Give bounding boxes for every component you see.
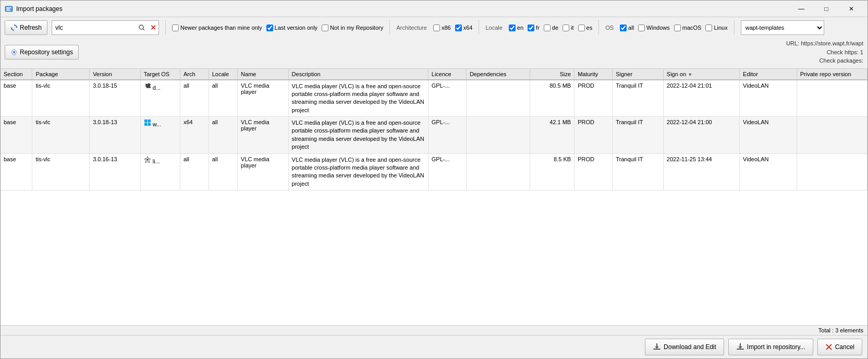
import-repository-button[interactable]: Import in repository... <box>728 339 813 355</box>
locale-de-checkbox[interactable] <box>544 25 551 31</box>
cell-locale: all <box>209 153 237 190</box>
window-icon <box>5 5 13 13</box>
newer-packages-filter[interactable]: Newer packages than mine only <box>172 25 262 31</box>
cell-locale: all <box>209 117 237 154</box>
check-https-text: Check https: 1 <box>786 48 863 57</box>
status-bar: Total : 3 elements <box>1 325 867 335</box>
locale-fr-filter[interactable]: fr <box>528 25 540 31</box>
table-row[interactable]: base tis-vlc 3.0.16-13 li... all all VLC… <box>1 153 867 190</box>
col-header-version[interactable]: Version <box>90 69 141 80</box>
svg-marker-17 <box>655 346 659 349</box>
download-edit-button[interactable]: Download and Edit <box>645 339 724 355</box>
cancel-button[interactable]: Cancel <box>817 339 862 355</box>
download-edit-icon <box>653 343 661 351</box>
url-text: URL: https://store.wapt.fr/wapt <box>786 39 863 48</box>
repository-selector[interactable]: wapt-templates wapt-demo wapt-local <box>741 20 824 35</box>
import-icon <box>736 343 744 351</box>
repository-settings-label: Repository settings <box>20 49 73 56</box>
col-header-editor[interactable]: Editor <box>740 69 797 80</box>
col-header-section[interactable]: Section <box>1 69 32 80</box>
locale-en-filter[interactable]: en <box>509 25 523 31</box>
packages-table-container[interactable]: Section Package Version Target OS Arch L… <box>1 69 867 326</box>
os-linux-filter[interactable]: Linux <box>705 25 727 31</box>
search-button[interactable] <box>136 21 148 34</box>
locale-fr-checkbox[interactable] <box>528 25 534 31</box>
col-header-description[interactable]: Description <box>288 69 428 80</box>
locale-es-checkbox[interactable] <box>578 25 585 31</box>
cell-name: VLC media player <box>238 117 289 154</box>
arch-x64-checkbox[interactable] <box>455 25 462 31</box>
locale-en-checkbox[interactable] <box>509 25 516 31</box>
cell-package: tis-vlc <box>32 153 90 190</box>
col-header-signer[interactable]: Signer <box>613 69 664 80</box>
svg-rect-18 <box>737 349 744 350</box>
minimize-button[interactable]: — <box>789 1 813 17</box>
os-all-checkbox[interactable] <box>620 25 627 31</box>
last-version-checkbox[interactable] <box>266 25 273 31</box>
svg-line-7 <box>143 29 144 30</box>
cell-signer: Tranquil IT <box>613 80 664 117</box>
not-in-repo-checkbox[interactable] <box>322 25 328 31</box>
cell-arch: all <box>180 153 209 190</box>
search-input[interactable] <box>52 21 136 34</box>
cell-privaterepo <box>797 117 867 154</box>
col-header-signon[interactable]: Sign on ▼ <box>663 69 739 80</box>
os-windows-filter[interactable]: Windows <box>638 25 670 31</box>
newer-packages-checkbox[interactable] <box>172 25 179 31</box>
col-header-maturity[interactable]: Maturity <box>574 69 613 80</box>
table-row[interactable]: base tis-vlc 3.0.18-15 d... all all VLC … <box>1 80 867 117</box>
cell-licence: GPL-... <box>428 153 466 190</box>
cell-editor: VideoLAN <box>740 80 797 117</box>
window-title: Import packages <box>16 5 789 13</box>
os-all-filter[interactable]: all <box>620 25 634 31</box>
separator-4 <box>598 20 599 35</box>
col-header-size[interactable]: Size <box>530 69 574 80</box>
separator-5 <box>734 20 735 35</box>
svg-rect-9 <box>144 119 148 123</box>
locale-label: Locale <box>485 25 502 31</box>
not-in-repo-filter[interactable]: Not in my Repository <box>322 25 383 31</box>
cell-maturity: PROD <box>574 117 613 154</box>
repository-settings-button[interactable]: Repository settings <box>5 45 79 59</box>
cell-dependencies <box>466 117 530 154</box>
os-linux-checkbox[interactable] <box>705 25 712 31</box>
locale-it-checkbox[interactable] <box>563 25 569 31</box>
close-button[interactable]: ✕ <box>839 1 863 17</box>
search-box: ✕ <box>52 20 159 35</box>
cell-signon: 2022-11-25 13:44 <box>663 153 739 190</box>
search-clear-button[interactable]: ✕ <box>148 21 158 34</box>
col-header-targetos[interactable]: Target OS <box>140 69 180 80</box>
col-header-licence[interactable]: Licence <box>428 69 466 80</box>
col-header-package[interactable]: Package <box>32 69 90 80</box>
table-row[interactable]: base tis-vlc 3.0.18-13 w... x64 all VLC … <box>1 117 867 154</box>
url-info: URL: https://store.wapt.fr/wapt Check ht… <box>786 39 863 65</box>
locale-es-filter[interactable]: es <box>578 25 593 31</box>
content-area: Section Package Version Target OS Arch L… <box>1 69 867 326</box>
arch-x86-checkbox[interactable] <box>433 25 440 31</box>
arch-x86-filter[interactable]: x86 <box>433 25 451 31</box>
arch-x64-filter[interactable]: x64 <box>455 25 473 31</box>
bottom-bar: Download and Edit Import in repository..… <box>1 335 867 358</box>
col-header-dependencies[interactable]: Dependencies <box>466 69 530 80</box>
os-macos-checkbox[interactable] <box>674 25 681 31</box>
col-header-arch[interactable]: Arch <box>180 69 209 80</box>
last-version-filter[interactable]: Last version only <box>266 25 318 31</box>
col-header-privaterepo[interactable]: Private repo version <box>797 69 867 80</box>
cell-locale: all <box>209 80 237 117</box>
cell-targetos: w... <box>140 117 180 154</box>
cell-size: 8.5 KB <box>530 153 574 190</box>
gear-icon <box>10 49 18 56</box>
maximize-button[interactable]: □ <box>814 1 838 17</box>
os-label: OS <box>605 25 614 31</box>
col-header-name[interactable]: Name <box>238 69 289 80</box>
cell-signon: 2022-12-04 21:00 <box>663 117 739 154</box>
os-windows-checkbox[interactable] <box>638 25 645 31</box>
refresh-button[interactable]: Refresh <box>5 20 47 35</box>
locale-de-filter[interactable]: de <box>544 25 558 31</box>
locale-it-filter[interactable]: it <box>563 25 574 31</box>
col-header-locale[interactable]: Locale <box>209 69 237 80</box>
table-body: base tis-vlc 3.0.18-15 d... all all VLC … <box>1 80 867 190</box>
cell-arch: all <box>180 80 209 117</box>
cell-privaterepo <box>797 153 867 190</box>
os-macos-filter[interactable]: macOS <box>674 25 702 31</box>
